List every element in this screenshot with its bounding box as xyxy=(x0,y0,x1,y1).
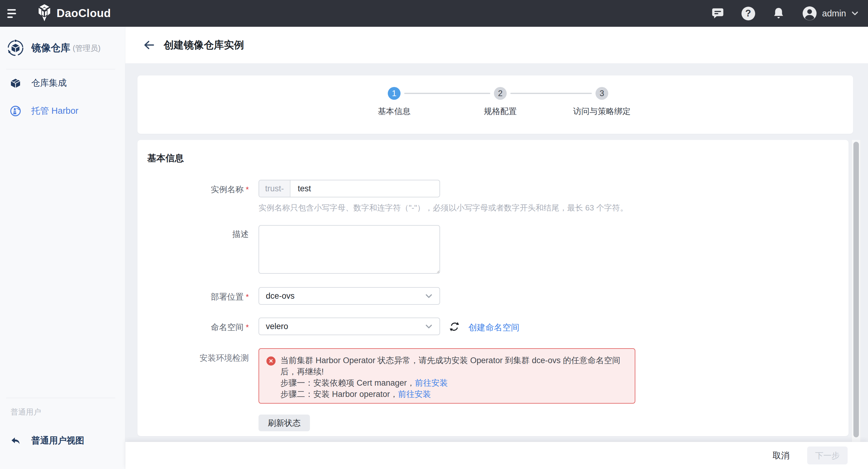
instance-name-prefix: trust- xyxy=(259,180,290,197)
description-label: 描述 xyxy=(137,229,249,240)
sidebar-section-label: 普通用户 xyxy=(11,407,41,417)
sidebar-item-label: 仓库集成 xyxy=(31,77,67,89)
instance-name-label: 实例名称* xyxy=(137,184,249,195)
deploy-location-select[interactable]: dce-ovs xyxy=(258,287,440,305)
sidebar-bottom-divider xyxy=(6,398,115,398)
topbar-actions: ? admin xyxy=(711,6,859,21)
error-step2-text: 步骤二：安装 Harbor operator， xyxy=(280,389,398,399)
user-menu[interactable]: admin xyxy=(802,6,859,21)
step-2-circle[interactable]: 2 xyxy=(494,87,507,100)
chevron-down-icon xyxy=(424,291,433,301)
description-textarea[interactable] xyxy=(258,225,440,274)
step-2-label: 规格配置 xyxy=(455,106,546,117)
env-check-error-alert: ✕ 当前集群 Harbor Operator 状态异常，请先成功安装 Opera… xyxy=(258,348,636,404)
namespace-value: velero xyxy=(266,322,424,331)
step-1-label: 基本信息 xyxy=(348,106,440,117)
error-line-1: 当前集群 Harbor Operator 状态异常，请先成功安装 Operato… xyxy=(280,356,620,376)
instance-name-input[interactable] xyxy=(290,180,439,197)
refresh-namespaces-icon[interactable] xyxy=(448,320,461,333)
username: admin xyxy=(822,8,846,19)
deploy-location-label: 部署位置* xyxy=(137,291,249,302)
error-step1-text: 步骤一：安装依赖项 Cert manager， xyxy=(280,378,415,387)
bell-icon[interactable] xyxy=(772,6,785,20)
vertical-scrollbar xyxy=(851,140,861,442)
next-step-button[interactable]: 下一步 xyxy=(807,446,848,464)
registry-orbit-icon xyxy=(7,39,24,57)
error-message: 当前集群 Harbor Operator 状态异常，请先成功安装 Operato… xyxy=(280,355,627,400)
footer-action-bar: 取消 下一步 xyxy=(125,442,868,469)
app-window: DaoCloud ? xyxy=(0,0,868,469)
message-icon[interactable] xyxy=(711,6,725,20)
step-3-label: 访问与策略绑定 xyxy=(556,106,648,117)
cube-icon xyxy=(10,77,21,89)
scrollbar-thumb[interactable] xyxy=(854,142,859,437)
basic-info-card: 基本信息 实例名称* trust- 实例名称只包含小写字母、数字和连字符（"-"… xyxy=(137,140,848,436)
main-area: 创建镜像仓库实例 1 2 3 基本信息 规格配置 访问与策略绑定 基本信息 实例… xyxy=(125,27,868,469)
section-title: 基本信息 xyxy=(147,152,184,164)
create-namespace-link[interactable]: 创建命名空间 xyxy=(468,322,520,333)
sidebar-item-repo-integration[interactable]: 仓库集成 xyxy=(0,74,125,92)
back-arrow-icon[interactable] xyxy=(142,38,156,52)
chevron-down-icon xyxy=(851,9,859,17)
deploy-location-value: dce-ovs xyxy=(266,291,424,301)
required-asterisk: * xyxy=(246,323,249,332)
go-install-cert-manager-link[interactable]: 前往安装 xyxy=(415,378,448,387)
chevron-down-icon xyxy=(424,322,433,331)
cancel-button[interactable]: 取消 xyxy=(773,450,789,461)
help-icon[interactable]: ? xyxy=(741,6,755,20)
instance-name-help: 实例名称只包含小写字母、数字和连字符（"-"），必须以小写字母或者数字开头和结尾… xyxy=(258,202,628,213)
namespace-select[interactable]: velero xyxy=(258,317,440,335)
avatar-icon xyxy=(802,6,817,21)
step-3-circle[interactable]: 3 xyxy=(595,87,608,100)
go-install-harbor-operator-link[interactable]: 前往安装 xyxy=(398,389,431,399)
required-asterisk: * xyxy=(246,185,249,194)
sidebar-title-suffix: (管理员) xyxy=(73,43,101,53)
step-1-circle[interactable]: 1 xyxy=(388,87,401,100)
page-header: 创建镜像仓库实例 xyxy=(125,27,868,63)
harbor-lighthouse-icon xyxy=(10,105,21,117)
help-glyph: ? xyxy=(745,8,751,19)
daocloud-brand[interactable]: DaoCloud xyxy=(36,4,111,23)
instance-name-group: trust- xyxy=(258,180,440,197)
step-connector xyxy=(404,93,490,94)
error-circle-icon: ✕ xyxy=(267,356,276,366)
sidebar-title: 镜像仓库 xyxy=(31,41,70,55)
stepper-card: 1 2 3 基本信息 规格配置 访问与策略绑定 xyxy=(137,75,853,134)
namespace-label: 命名空间* xyxy=(137,322,249,333)
menu-icon[interactable] xyxy=(7,7,21,20)
sidebar-module-title[interactable]: 镜像仓库 (管理员) xyxy=(7,39,101,57)
refresh-status-button[interactable]: 刷新状态 xyxy=(258,414,310,431)
sidebar-item-label: 普通用户视图 xyxy=(31,435,84,447)
step-connector xyxy=(510,93,592,94)
page-title: 创建镜像仓库实例 xyxy=(164,38,244,52)
env-check-label: 安装环境检测 xyxy=(137,352,249,364)
reply-arrow-icon xyxy=(10,435,21,446)
required-asterisk: * xyxy=(246,292,249,302)
topbar: DaoCloud ? xyxy=(0,0,868,27)
sidebar-item-label: 托管 Harbor xyxy=(31,105,79,117)
daocloud-logo-icon xyxy=(36,4,52,23)
sidebar-item-hosted-harbor[interactable]: 托管 Harbor xyxy=(0,102,125,120)
sidebar-item-normal-user-view[interactable]: 普通用户视图 xyxy=(0,432,125,449)
brand-name: DaoCloud xyxy=(57,7,111,20)
sidebar-divider xyxy=(6,69,115,69)
sidebar: 镜像仓库 (管理员) 仓库集成 xyxy=(0,27,125,469)
